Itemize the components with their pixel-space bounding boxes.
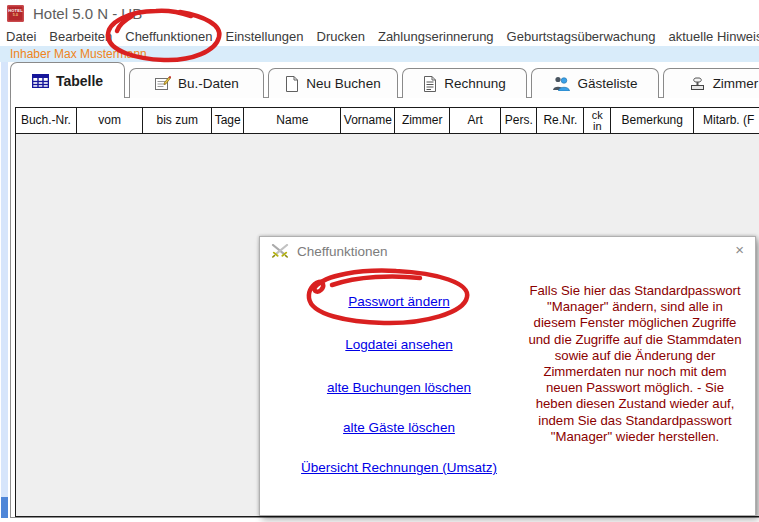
table-header-row: Buch.-Nr. vom bis zum Tage Name Vorname … — [16, 108, 759, 134]
form-edit-icon — [154, 76, 171, 91]
table-icon — [32, 74, 49, 88]
window-title: Hotel 5.0 N - UB — [33, 5, 142, 22]
tab-zimmer[interactable]: Zimmer — [663, 68, 759, 98]
left-scroll-strip[interactable] — [1, 62, 8, 518]
menu-cheffunktionen[interactable]: Cheffunktionen — [125, 29, 212, 44]
col-buch-nr[interactable]: Buch.-Nr. — [16, 108, 77, 133]
tab-label: Tabelle — [56, 73, 103, 89]
menu-einstellungen[interactable]: Einstellungen — [225, 29, 303, 44]
tab-neu-buchen[interactable]: Neu Buchen — [268, 68, 398, 98]
window-titlebar: HOTEL 5.0 Hotel 5.0 N - UB — [0, 0, 759, 26]
col-ck-in[interactable]: ck in — [584, 108, 611, 133]
col-mitarb[interactable]: Mitarb. (F — [694, 108, 759, 133]
tab-label: Gästeliste — [577, 76, 637, 91]
invoice-icon — [423, 76, 437, 92]
owner-name: Inhaber Max Mustermann — [10, 47, 147, 61]
menu-datei[interactable]: Datei — [6, 29, 36, 44]
link-passwort-aendern[interactable]: Passwort ändern — [260, 294, 538, 309]
owner-bar: Inhaber Max Mustermann — [0, 46, 759, 62]
new-page-icon — [285, 76, 299, 92]
col-bis-zum[interactable]: bis zum — [143, 108, 212, 133]
menu-bar: Datei Bearbeiten Cheffunktionen Einstell… — [0, 26, 759, 46]
col-zimmer[interactable]: Zimmer — [395, 108, 450, 133]
tab-label: Bu.-Daten — [178, 76, 239, 91]
tab-label: Rechnung — [444, 76, 506, 91]
menu-geburtstagsueberwachung[interactable]: Geburtstagsüberwachung — [507, 29, 656, 44]
guests-icon — [552, 76, 570, 91]
col-tage[interactable]: Tage — [212, 108, 244, 133]
col-vom[interactable]: vom — [77, 108, 144, 133]
app-logo-icon: HOTEL 5.0 — [7, 5, 24, 22]
dialog-title: Cheffunktionen — [297, 244, 388, 259]
menu-bearbeiten[interactable]: Bearbeiten — [49, 29, 112, 44]
col-bemerkung[interactable]: Bemerkung — [611, 108, 694, 133]
tab-tabelle[interactable]: Tabelle — [10, 62, 125, 98]
cheffunktionen-dialog: Cheffunktionen × Passwort ändern Logdate… — [259, 236, 756, 516]
col-re-nr[interactable]: Re.Nr. — [537, 108, 584, 133]
link-alte-gaeste-loeschen[interactable]: alte Gäste löschen — [260, 420, 538, 435]
menu-aktuelle-hinweise[interactable]: aktuelle Hinweise — [668, 29, 759, 44]
tab-gaesteliste[interactable]: Gästeliste — [531, 68, 659, 98]
crossed-swords-icon — [271, 244, 289, 259]
col-pers[interactable]: Pers. — [501, 108, 537, 133]
menu-drucken[interactable]: Drucken — [317, 29, 365, 44]
dialog-close-icon[interactable]: × — [735, 242, 744, 257]
tab-label: Neu Buchen — [306, 76, 380, 91]
menu-zahlungserinnerung[interactable]: Zahlungserinnerung — [378, 29, 494, 44]
col-vorname[interactable]: Vorname — [341, 108, 395, 133]
left-scroll-thumb[interactable] — [1, 497, 8, 518]
col-name[interactable]: Name — [244, 108, 341, 133]
tab-label: Zimmer — [713, 76, 759, 91]
dialog-titlebar: Cheffunktionen × — [260, 237, 755, 265]
tab-bar: Tabelle Bu.-Daten Neu Buchen Rechnung Gä… — [10, 62, 759, 98]
tab-bu-daten[interactable]: Bu.-Daten — [129, 68, 264, 98]
col-art[interactable]: Art — [450, 108, 501, 133]
password-warning-text: Falls Sie hier das Standardpasswort "Man… — [526, 283, 744, 445]
link-logdatei-ansehen[interactable]: Logdatei ansehen — [260, 337, 538, 352]
tab-rechnung[interactable]: Rechnung — [402, 68, 527, 98]
stamp-icon — [688, 76, 706, 91]
link-uebersicht-rechnungen[interactable]: Übersicht Rechnungen (Umsatz) — [260, 460, 538, 475]
link-alte-buchungen-loeschen[interactable]: alte Buchungen löschen — [260, 380, 538, 395]
